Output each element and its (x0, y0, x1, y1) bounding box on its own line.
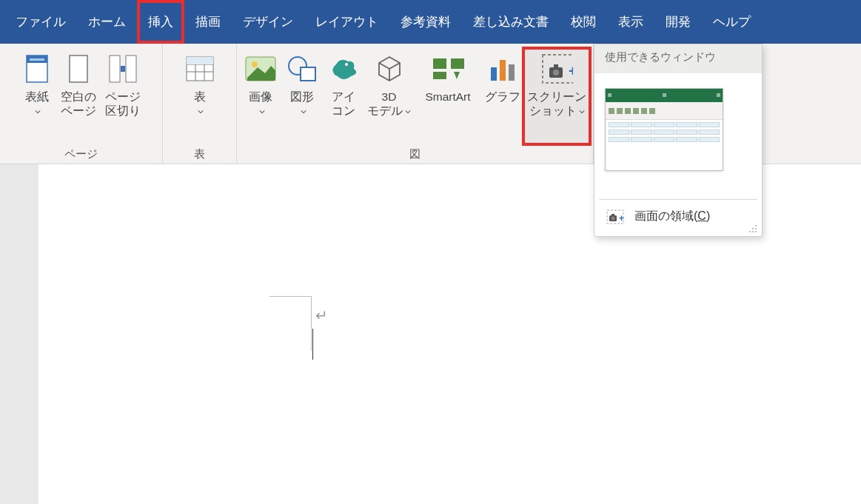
svg-rect-3 (70, 56, 87, 82)
group-pages: 表紙 空白の ページ ページ 区切り ページ (0, 44, 163, 164)
chevron-down-icon (579, 110, 585, 114)
picture-label: 画像 (249, 90, 272, 103)
smartart-icon (432, 53, 464, 85)
icons-label: アイ コン (332, 90, 355, 118)
camera-plus-icon: + (606, 209, 624, 224)
cover-page-button[interactable]: 表紙 (16, 48, 58, 144)
icons-icon (327, 53, 360, 85)
chart-icon (486, 53, 519, 85)
table-icon (184, 53, 216, 85)
text-caret (312, 329, 313, 360)
svg-rect-19 (451, 58, 464, 69)
tab-references[interactable]: 参考資料 (389, 0, 462, 44)
chevron-down-icon (198, 110, 204, 114)
3d-icon (373, 53, 406, 85)
chevron-down-icon (259, 110, 265, 114)
tab-help[interactable]: ヘルプ (702, 0, 762, 44)
svg-rect-26 (554, 64, 558, 68)
svg-rect-18 (433, 58, 446, 69)
page-break-icon (107, 53, 139, 85)
shapes-icon (286, 53, 318, 85)
paragraph-mark-icon: ↵ (315, 306, 328, 324)
tab-developer[interactable]: 開発 (654, 0, 702, 44)
group-illustrations-label: 図 (240, 144, 590, 164)
svg-rect-12 (187, 57, 213, 64)
svg-rect-5 (126, 56, 136, 82)
svg-point-17 (345, 63, 348, 66)
svg-rect-16 (301, 67, 315, 81)
table-label: 表 (194, 90, 206, 103)
shapes-button[interactable]: 図形 (281, 48, 323, 144)
left-gutter (0, 164, 38, 504)
group-pages-label: ページ (3, 144, 159, 164)
table-button[interactable]: 表 (170, 48, 230, 144)
tab-review[interactable]: 校閲 (560, 0, 607, 44)
blank-page-icon (62, 53, 95, 85)
screenshot-icon: + (540, 53, 573, 85)
svg-text:+: + (619, 213, 624, 224)
3d-models-label: 3D モデル (367, 90, 403, 117)
svg-point-27 (553, 70, 559, 75)
tab-mailings[interactable]: 差し込み文書 (462, 0, 560, 44)
blank-page-button[interactable]: 空白の ページ (58, 48, 99, 144)
svg-rect-22 (500, 60, 506, 81)
tab-draw[interactable]: 描画 (184, 0, 232, 44)
chevron-down-icon (405, 110, 411, 114)
page-break-button[interactable]: ページ 区切り (99, 48, 147, 144)
svg-point-50 (755, 231, 757, 232)
screenshot-label: スクリーン ショット (527, 90, 586, 117)
svg-text:+: + (569, 63, 573, 79)
screenshot-dropdown: 使用できるウィンドウ + 画面の領域(C) (594, 44, 763, 237)
chart-button[interactable]: グラフ (482, 48, 523, 144)
tab-layout[interactable]: レイアウト (304, 0, 389, 44)
resize-grip-icon[interactable] (748, 224, 757, 233)
smartart-label: SmartArt (425, 90, 470, 104)
cover-page-label: 表紙 (25, 90, 49, 103)
screen-clipping-item[interactable]: + 画面の領域(C) (594, 200, 762, 233)
picture-icon (244, 53, 277, 85)
3d-models-button[interactable]: 3D モデル (364, 48, 414, 144)
svg-point-43 (612, 216, 615, 220)
chevron-down-icon (35, 110, 41, 114)
chart-label: グラフ (485, 90, 520, 104)
tab-file[interactable]: ファイル (4, 0, 77, 44)
chevron-down-icon (301, 110, 306, 114)
available-windows-area (594, 73, 762, 199)
cover-page-icon (21, 53, 53, 85)
svg-rect-23 (509, 64, 515, 81)
page-break-label: ページ 区切り (105, 90, 141, 118)
svg-point-48 (749, 231, 751, 232)
picture-button[interactable]: 画像 (240, 48, 281, 144)
menubar: ファイル ホーム 挿入 描画 デザイン レイアウト 参考資料 差し込み文書 校閲… (0, 0, 861, 44)
tab-home[interactable]: ホーム (77, 0, 137, 44)
svg-rect-4 (110, 56, 120, 82)
group-table-label: 表 (166, 144, 233, 164)
page-corner-marker: ↵ (269, 268, 314, 312)
screen-clipping-label: 画面の領域(C) (634, 209, 710, 224)
svg-point-47 (755, 228, 757, 229)
screenshot-button[interactable]: + スクリーン ショット (523, 48, 590, 144)
group-table: 表 表 (163, 44, 237, 164)
window-thumbnail[interactable] (605, 88, 723, 171)
svg-rect-2 (30, 58, 44, 61)
svg-point-14 (252, 61, 258, 67)
svg-rect-6 (121, 66, 125, 72)
svg-rect-21 (491, 67, 497, 81)
tab-view[interactable]: 表示 (607, 0, 654, 44)
svg-point-46 (752, 228, 754, 229)
icons-button[interactable]: アイ コン (323, 48, 364, 144)
group-illustrations: 画像 図形 アイ コン 3D モデル (237, 44, 594, 164)
svg-point-49 (752, 231, 754, 232)
tab-insert[interactable]: 挿入 (137, 0, 184, 44)
shapes-label: 図形 (290, 90, 314, 103)
smartart-button[interactable]: SmartArt (414, 48, 482, 144)
blank-page-label: 空白の ページ (61, 90, 96, 118)
dropdown-header: 使用できるウィンドウ (594, 44, 762, 73)
svg-point-45 (755, 225, 757, 226)
tab-design[interactable]: デザイン (232, 0, 304, 44)
svg-rect-20 (433, 72, 446, 79)
svg-rect-42 (612, 214, 614, 216)
